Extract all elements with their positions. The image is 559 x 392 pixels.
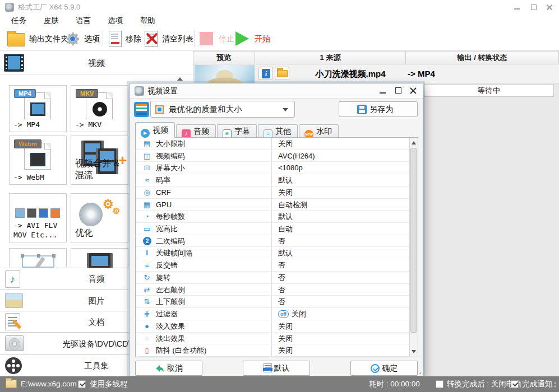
setting-row-deinterlace[interactable]: ≡反交错否 xyxy=(136,259,418,272)
menu-skin[interactable]: 皮肤 xyxy=(36,15,66,27)
atom-icon: ◎ xyxy=(142,186,152,198)
file-folder-button[interactable] xyxy=(275,67,289,80)
clear-list-icon[interactable] xyxy=(145,31,158,47)
column-header-preview[interactable]: 预览 xyxy=(193,51,255,64)
tab-other[interactable]: ≈其他 xyxy=(258,124,298,138)
column-header-output-status[interactable]: 输出 / 转换状态 xyxy=(406,51,559,64)
menu-task[interactable]: 任务 xyxy=(4,15,34,27)
dialog-minimize-button[interactable] xyxy=(376,83,390,99)
default-button[interactable]: 默认 xyxy=(243,361,310,376)
options-button[interactable]: 选项 xyxy=(84,34,100,44)
two-pass-icon: 2 xyxy=(143,237,151,245)
save-as-button[interactable]: 另存为 xyxy=(339,101,418,117)
preset-dropdown[interactable]: 最优化的质量和大小 xyxy=(150,101,295,118)
menu-language[interactable]: 语言 xyxy=(68,15,98,27)
play-icon: ▶ xyxy=(141,129,150,138)
shutdown-checkbox[interactable] xyxy=(436,380,443,388)
format-label: 优化 xyxy=(75,227,93,239)
maximize-button[interactable] xyxy=(525,0,542,15)
setting-row-crf[interactable]: ◎CRF关闭 xyxy=(136,186,418,199)
remove-button[interactable]: 移除 xyxy=(126,34,141,44)
setting-row-stabilize[interactable]: ▯防抖 (白金功能)关闭 xyxy=(136,344,418,357)
format-button-merge[interactable]: + 视频合并 & 混流 xyxy=(71,136,128,185)
conversion-target: -> MP4 xyxy=(408,64,435,83)
tab-watermark[interactable]: NEW水印 xyxy=(299,124,339,138)
video-thumbnail[interactable] xyxy=(195,65,255,83)
tab-video[interactable]: ▶视频 xyxy=(135,122,175,138)
setting-row-fps[interactable]: ◔每秒帧数默认 xyxy=(136,211,418,223)
setting-row-gpu[interactable]: ▦GPU自动检测 xyxy=(136,199,418,211)
minimize-button[interactable] xyxy=(509,0,525,15)
file-info-button[interactable]: i xyxy=(258,67,273,80)
mp4-badge: MP4 xyxy=(14,89,36,98)
setting-row-rotate[interactable]: ↻旋转否 xyxy=(136,272,418,284)
floppy-icon xyxy=(357,105,367,114)
back-arrow-icon xyxy=(155,364,165,373)
table-scrollbar[interactable] xyxy=(409,138,418,357)
ok-button[interactable]: 确定 xyxy=(350,361,418,376)
menu-options[interactable]: 选项 xyxy=(100,15,130,27)
setting-row-video-codec[interactable]: ◫视频编码AVC(H264) xyxy=(136,150,418,162)
format-button-optimize[interactable]: ⚙ ⚙ 优化 xyxy=(71,193,128,242)
setting-row-filter[interactable]: ⋕过滤器off关闭 xyxy=(136,308,418,320)
scroll-down-icon[interactable] xyxy=(412,350,416,353)
webm-badge: Webm xyxy=(14,139,41,148)
output-path[interactable]: E:\www.x6g.com xyxy=(21,376,77,392)
notify-label: 完成通知 xyxy=(522,376,552,392)
setting-row-fade-in[interactable]: ●淡入效果关闭 xyxy=(136,320,418,333)
setting-row-fade-out[interactable]: ○淡出效果关闭 xyxy=(136,333,418,345)
ruler-icon: ▤ xyxy=(142,138,152,150)
output-path-folder-icon[interactable] xyxy=(6,380,17,388)
stop-icon[interactable] xyxy=(200,32,213,45)
output-folder-icon[interactable] xyxy=(7,33,25,46)
start-icon[interactable] xyxy=(235,31,249,46)
scroll-up-arrow-icon[interactable] xyxy=(177,77,183,81)
tab-subtitle[interactable]: ≡字幕 xyxy=(217,124,257,138)
dialog-maximize-button[interactable] xyxy=(391,83,406,99)
toolbar: 输出文件夹 选项 移除 清空列表 停止 开始 xyxy=(0,27,559,51)
mov-tile-icon xyxy=(39,208,48,218)
preset-film-icon xyxy=(155,105,164,114)
format-button-avi-flv-mov[interactable]: -> AVI FLV MOV Etc... xyxy=(9,193,67,242)
scrollbar-thumb[interactable] xyxy=(410,148,417,333)
clear-list-button[interactable]: 清空列表 xyxy=(162,34,193,44)
gear-icon: ⚙ xyxy=(103,197,114,212)
stop-button[interactable]: 停止 xyxy=(219,34,234,44)
format-button-partial-film[interactable] xyxy=(71,248,128,267)
tab-audio[interactable]: ♪音频 xyxy=(176,124,216,138)
column-header-source[interactable]: 1 来源 xyxy=(255,51,406,64)
dialog-close-button[interactable] xyxy=(406,83,421,99)
dialog-title-bar[interactable]: 视频设置 xyxy=(130,83,423,99)
options-gear-icon[interactable] xyxy=(64,30,81,48)
setting-row-two-pass[interactable]: 2二次编码否 xyxy=(136,235,418,248)
format-button-mp4[interactable]: MP4 -> MP4 xyxy=(9,85,67,132)
setting-row-flip-horizontal[interactable]: ⇄左右颠倒否 xyxy=(136,284,418,296)
cancel-button[interactable]: 取消 xyxy=(135,361,202,376)
format-button-mkv[interactable]: MKV -> MKV xyxy=(71,85,128,132)
menu-help[interactable]: 帮助 xyxy=(133,15,163,27)
dialog-resize-grip[interactable] xyxy=(417,370,422,375)
setting-row-keyframe-interval[interactable]: ‖关键帧间隔默认 xyxy=(136,247,418,259)
output-folder-button[interactable]: 输出文件夹 xyxy=(29,34,68,44)
window-resize-grip[interactable] xyxy=(551,382,556,388)
multithread-checkbox[interactable] xyxy=(78,380,86,388)
tab-label: 视频 xyxy=(153,125,168,134)
rotate-icon: ↻ xyxy=(142,272,152,283)
setting-row-size-limit[interactable]: ▤大小限制关闭 xyxy=(136,138,418,150)
setting-row-bitrate[interactable]: ≈码率默认 xyxy=(136,174,418,186)
setting-row-flip-vertical[interactable]: ⇅上下颠倒否 xyxy=(136,296,418,308)
start-button[interactable]: 开始 xyxy=(255,34,270,44)
flv-tile-icon xyxy=(27,208,36,218)
preset-tray-icon[interactable] xyxy=(134,102,149,117)
setting-row-screen-size[interactable]: ⊡屏幕大小<1080p xyxy=(136,162,418,174)
notify-checkbox[interactable] xyxy=(511,380,519,388)
format-button-partial-crop[interactable] xyxy=(9,248,67,267)
tab-label: 其他 xyxy=(275,127,291,136)
setting-row-aspect-ratio[interactable]: ▭宽高比自动 xyxy=(136,223,418,235)
settings-table: ▤大小限制关闭 ◫视频编码AVC(H264) ⊡屏幕大小<1080p ≈码率默认… xyxy=(135,137,418,357)
remove-icon[interactable] xyxy=(109,31,122,47)
close-button[interactable] xyxy=(541,0,558,15)
format-button-webm[interactable]: Webm -> WebM xyxy=(9,136,67,185)
scroll-up-icon[interactable] xyxy=(412,141,416,144)
sidebar-section-video[interactable]: 视频 xyxy=(0,51,193,75)
